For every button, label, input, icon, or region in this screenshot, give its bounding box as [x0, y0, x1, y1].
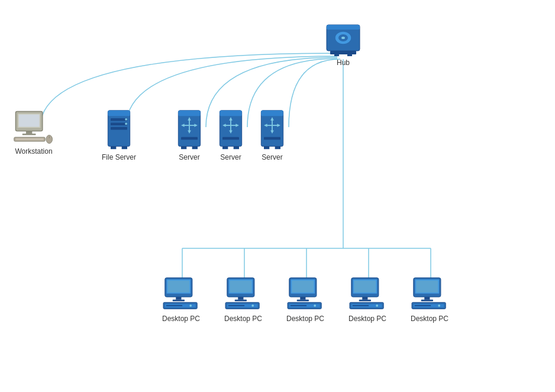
desktop3-icon	[284, 277, 327, 312]
network-diagram: Hub Workstation	[0, 0, 555, 392]
svg-rect-31	[122, 147, 127, 150]
desktop1-node: Desktop PC	[160, 277, 202, 323]
desktop2-label: Desktop PC	[224, 315, 262, 323]
desktop5-icon	[408, 277, 451, 312]
svg-rect-25	[111, 118, 127, 121]
workstation-icon	[13, 109, 54, 145]
svg-point-81	[251, 304, 254, 307]
svg-rect-64	[275, 147, 280, 150]
server3-label: Server	[262, 153, 282, 161]
svg-rect-96	[359, 300, 371, 302]
desktop3-label: Desktop PC	[286, 315, 324, 323]
svg-rect-18	[22, 134, 36, 135]
desktop5-label: Desktop PC	[411, 315, 448, 323]
desktop4-icon	[346, 277, 389, 312]
svg-rect-100	[353, 305, 369, 306]
server1-icon	[175, 109, 204, 151]
svg-rect-30	[111, 147, 116, 150]
svg-rect-78	[235, 300, 247, 302]
svg-rect-62	[264, 137, 280, 140]
svg-rect-68	[176, 297, 181, 300]
svg-rect-77	[238, 297, 243, 300]
svg-rect-51	[222, 137, 239, 140]
svg-rect-63	[264, 147, 269, 150]
file-server-icon	[104, 109, 134, 151]
file-server-label: File Server	[102, 153, 136, 161]
svg-rect-94	[354, 280, 376, 292]
svg-rect-76	[230, 280, 251, 292]
svg-rect-42	[192, 147, 198, 150]
svg-rect-73	[166, 305, 183, 306]
hub-icon	[325, 24, 361, 56]
svg-rect-53	[234, 147, 239, 150]
server1-node: Server	[175, 109, 204, 161]
svg-rect-69	[173, 300, 185, 302]
desktop2-icon	[222, 277, 264, 312]
desktop2-node: Desktop PC	[222, 277, 264, 323]
svg-rect-13	[347, 54, 352, 56]
svg-rect-26	[111, 122, 127, 125]
svg-rect-82	[228, 305, 245, 306]
svg-rect-85	[292, 280, 314, 292]
svg-rect-12	[334, 54, 339, 56]
svg-point-29	[125, 122, 127, 125]
svg-point-72	[189, 304, 192, 307]
svg-rect-55	[261, 111, 283, 116]
svg-rect-87	[297, 300, 309, 302]
svg-rect-20	[15, 138, 43, 141]
svg-rect-105	[421, 300, 433, 302]
svg-point-10	[341, 37, 345, 39]
svg-point-90	[314, 304, 316, 307]
desktop1-label: Desktop PC	[162, 315, 200, 323]
connection-lines	[0, 0, 555, 392]
svg-rect-17	[26, 131, 33, 134]
server2-node: Server	[216, 109, 246, 161]
svg-point-108	[438, 304, 440, 307]
svg-rect-41	[181, 147, 186, 150]
workstation-node: Workstation	[13, 109, 54, 155]
hub-label: Hub	[337, 59, 350, 67]
svg-rect-11	[330, 51, 356, 54]
svg-rect-52	[222, 147, 228, 150]
svg-rect-44	[220, 111, 241, 116]
svg-rect-103	[416, 280, 438, 292]
svg-rect-95	[362, 297, 367, 300]
workstation-label: Workstation	[15, 147, 52, 155]
svg-rect-91	[291, 305, 307, 306]
svg-rect-40	[181, 137, 198, 140]
file-server-node: File Server	[102, 109, 136, 161]
server2-icon	[216, 109, 246, 151]
server1-label: Server	[179, 153, 199, 161]
svg-rect-109	[415, 305, 431, 306]
svg-rect-24	[108, 111, 130, 116]
svg-rect-27	[111, 127, 127, 130]
svg-rect-67	[167, 280, 189, 292]
server2-label: Server	[220, 153, 241, 161]
svg-rect-7	[327, 25, 360, 30]
svg-rect-86	[300, 297, 305, 300]
desktop3-node: Desktop PC	[284, 277, 327, 323]
server3-icon	[257, 109, 287, 151]
server3-node: Server	[257, 109, 287, 161]
svg-point-28	[125, 118, 127, 121]
svg-rect-33	[178, 111, 200, 116]
desktop4-node: Desktop PC	[346, 277, 389, 323]
desktop4-label: Desktop PC	[349, 315, 386, 323]
svg-rect-16	[19, 115, 40, 127]
desktop5-node: Desktop PC	[408, 277, 451, 323]
svg-point-99	[376, 304, 378, 307]
svg-rect-104	[424, 297, 430, 300]
hub-node: Hub	[325, 24, 361, 67]
desktop1-icon	[160, 277, 202, 312]
